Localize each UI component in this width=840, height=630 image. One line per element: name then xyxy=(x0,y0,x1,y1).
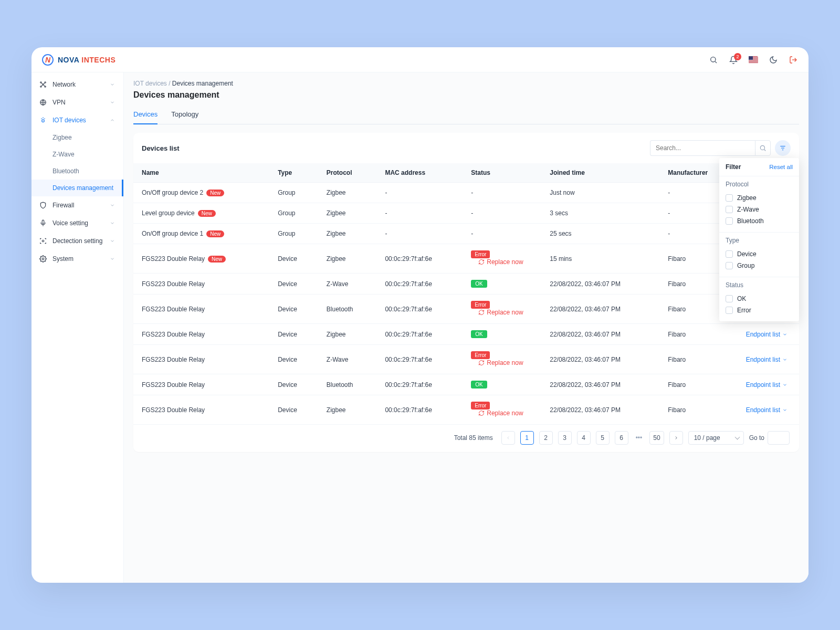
page-5[interactable]: 5 xyxy=(596,431,610,445)
filter-reset-button[interactable]: Reset all xyxy=(769,164,793,170)
sidebar-item-firewall[interactable]: Firewall xyxy=(32,196,123,214)
svg-point-5 xyxy=(45,86,46,87)
sidebar-item-zigbee[interactable]: Zigbee xyxy=(32,129,123,146)
filter-option[interactable]: Device xyxy=(726,248,793,260)
cell-joined: 22/08/2022, 03:46:07 PM xyxy=(541,295,659,324)
cell-type: Group xyxy=(269,224,318,244)
bell-icon[interactable]: 2 xyxy=(729,55,738,65)
search-icon[interactable] xyxy=(709,55,718,65)
page-prev[interactable] xyxy=(501,431,515,445)
chevron-down-icon xyxy=(110,220,116,226)
page-2[interactable]: 2 xyxy=(539,431,553,445)
sidebar-item-detection[interactable]: Dectection setting xyxy=(32,232,123,250)
globe-icon xyxy=(39,98,47,107)
checkbox-icon[interactable] xyxy=(726,206,733,213)
cell-type: Device xyxy=(269,324,318,345)
filter-section-title: Status xyxy=(726,281,793,289)
sidebar-item-network[interactable]: Network xyxy=(32,76,123,93)
sidebar-item-vpn[interactable]: VPN xyxy=(32,93,123,111)
tab-devices[interactable]: Devices xyxy=(133,106,158,124)
brand-text: NOVA INTECHS xyxy=(58,56,116,64)
refresh-icon xyxy=(478,259,485,265)
logout-icon[interactable] xyxy=(789,55,798,65)
goto-input[interactable] xyxy=(768,431,790,445)
app-header: N NOVA INTECHS 2 xyxy=(32,47,808,72)
checkbox-icon[interactable] xyxy=(726,194,733,202)
network-icon xyxy=(39,80,47,89)
filter-section: ProtocolZigbeeZ-WaveBluetooth xyxy=(719,176,799,233)
page-last[interactable]: 50 xyxy=(649,431,664,445)
filter-button[interactable] xyxy=(775,140,791,156)
cell-status: ErrorReplace now xyxy=(463,345,541,374)
sidebar-item-iot[interactable]: IOT devices xyxy=(32,111,123,129)
checkbox-icon[interactable] xyxy=(726,217,733,225)
cell-status: - xyxy=(463,224,541,244)
filter-option[interactable]: Z-Wave xyxy=(726,204,793,215)
locale-flag-icon[interactable] xyxy=(749,55,758,65)
devices-table: Name Type Protocol MAC address Status Jo… xyxy=(133,163,799,425)
replace-now-button[interactable]: Replace now xyxy=(478,258,523,266)
sidebar-item-bluetooth[interactable]: Bluetooth xyxy=(32,163,123,180)
page-3[interactable]: 3 xyxy=(558,431,572,445)
sidebar-item-voice[interactable]: Voice setting xyxy=(32,214,123,232)
cell-mac: 00:0c:29:7f:af:6e xyxy=(376,244,463,274)
filter-panel: Filter Reset all ProtocolZigbeeZ-WaveBlu… xyxy=(719,158,799,321)
shield-icon xyxy=(39,201,47,209)
replace-now-button[interactable]: Replace now xyxy=(478,309,523,316)
page-1[interactable]: 1 xyxy=(520,431,534,445)
filter-option[interactable]: Group xyxy=(726,260,793,271)
filter-option[interactable]: Bluetooth xyxy=(726,215,793,227)
cell-mac: - xyxy=(376,183,463,203)
filter-option[interactable]: Error xyxy=(726,304,793,316)
cell-protocol: Zigbee xyxy=(318,395,377,425)
notif-badge: 2 xyxy=(734,53,741,60)
cell-manuf: Fibaro xyxy=(659,395,736,425)
tab-topology[interactable]: Topology xyxy=(171,106,198,124)
endpoint-list-button[interactable]: Endpoint list xyxy=(746,356,788,363)
replace-now-button[interactable]: Replace now xyxy=(478,359,523,366)
page-size-select[interactable]: 10 / page xyxy=(688,431,744,445)
checkbox-icon[interactable] xyxy=(726,295,733,302)
endpoint-list-button[interactable]: Endpoint list xyxy=(746,331,788,338)
cell-protocol: Zigbee xyxy=(318,224,377,244)
svg-point-7 xyxy=(42,120,45,122)
checkbox-icon[interactable] xyxy=(726,262,733,269)
sidebar-item-devices-management[interactable]: Devices management xyxy=(32,180,123,196)
filter-section-title: Type xyxy=(726,237,793,244)
col-protocol: Protocol xyxy=(318,163,377,183)
page-next[interactable] xyxy=(669,431,683,445)
cell-joined: 3 secs xyxy=(541,203,659,224)
cell-name: On/Off group device 1New xyxy=(133,224,269,244)
cell-status: - xyxy=(463,183,541,203)
theme-toggle-icon[interactable] xyxy=(769,55,778,65)
status-badge: Error xyxy=(471,301,490,309)
chevron-down-icon xyxy=(782,407,788,413)
checkbox-icon[interactable] xyxy=(726,307,733,314)
search-input[interactable] xyxy=(650,140,755,156)
col-status: Status xyxy=(463,163,541,183)
filter-option-label: Z-Wave xyxy=(737,206,759,213)
filter-option[interactable]: Zigbee xyxy=(726,192,793,204)
cell-status: OK xyxy=(463,374,541,395)
chevron-down-icon xyxy=(782,357,788,362)
logo-mark-icon: N xyxy=(42,54,54,66)
endpoint-list-button[interactable]: Endpoint list xyxy=(746,406,788,414)
replace-now-button[interactable]: Replace now xyxy=(478,410,523,417)
breadcrumb-root[interactable]: IOT devices xyxy=(133,80,167,87)
svg-rect-8 xyxy=(42,220,44,224)
logo[interactable]: N NOVA INTECHS xyxy=(42,54,116,66)
search-button[interactable] xyxy=(755,140,771,156)
pagination: Total 85 items 1 2 3 4 5 6 ••• 50 10 / p… xyxy=(133,425,799,445)
filter-option-label: OK xyxy=(737,295,746,302)
iot-icon xyxy=(39,116,47,124)
sidebar-item-zwave[interactable]: Z-Wave xyxy=(32,146,123,163)
sidebar-item-system[interactable]: System xyxy=(32,250,123,268)
filter-option[interactable]: OK xyxy=(726,293,793,304)
cell-manuf: Fibaro xyxy=(659,345,736,374)
checkbox-icon[interactable] xyxy=(726,250,733,258)
page-6[interactable]: 6 xyxy=(615,431,628,445)
chevron-down-icon xyxy=(110,81,116,88)
page-4[interactable]: 4 xyxy=(577,431,591,445)
endpoint-list-button[interactable]: Endpoint list xyxy=(746,381,788,388)
cell-manuf: Fibaro xyxy=(659,324,736,345)
